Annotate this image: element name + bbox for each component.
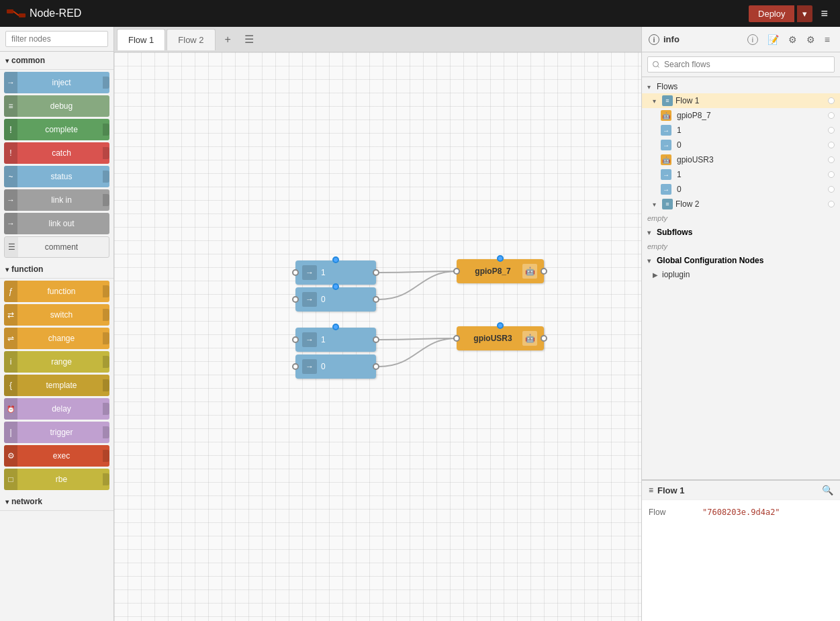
palette-node-range[interactable]: i range — [4, 351, 109, 373]
port-left-n1[interactable] — [292, 269, 299, 276]
info-icon: i — [649, 34, 659, 45]
canvas-node-gpio-usr3[interactable]: gpioUSR3 🤖 — [457, 326, 544, 350]
port-left-n2[interactable] — [292, 296, 299, 303]
main-layout: ▾ common → inject ≡ debug ! complete ! c… — [0, 27, 840, 621]
port-right-gpio1[interactable] — [541, 268, 547, 275]
switch-port-right — [103, 309, 109, 321]
filter-nodes-input[interactable] — [5, 31, 108, 47]
rbe-label: rbe — [56, 475, 67, 484]
range-icon: i — [4, 351, 17, 373]
tree-flow2[interactable]: ▾ ≡ Flow 2 — [642, 197, 840, 211]
section-common[interactable]: ▾ common — [0, 52, 113, 70]
info-panel-header: i info i 📝 ⚙ ⚙ ≡ — [642, 27, 840, 52]
info-panel-search — [642, 52, 840, 77]
tree-ioplugin[interactable]: ▶ ioplugin — [642, 268, 840, 281]
palette-node-delay[interactable]: ⏰ delay — [4, 398, 109, 420]
palette-node-change[interactable]: ⇌ change — [4, 328, 109, 349]
palette-node-exec[interactable]: ⚙ exec — [4, 445, 109, 467]
palette-node-catch[interactable]: ! catch — [4, 142, 109, 164]
filter-input-wrap — [0, 27, 113, 52]
canvas-node-inject-0-top[interactable]: → 0 — [295, 287, 376, 312]
section-function[interactable]: ▾ function — [0, 260, 113, 279]
tree-gpio-usr3[interactable]: 🤖 gpioUSR3 — [642, 152, 840, 167]
tree-inject-1-a[interactable]: → 1 — [642, 123, 840, 138]
info-tool-nodes[interactable]: ⚙ — [785, 32, 800, 48]
port-left-n4[interactable] — [292, 363, 299, 370]
template-port-right — [103, 379, 109, 391]
palette-node-function[interactable]: ƒ function — [4, 281, 109, 302]
flow2-status-dot — [828, 201, 835, 207]
inject-0-top-label: 0 — [321, 295, 326, 304]
flow2-empty-label: empty — [647, 214, 667, 222]
tree-inject-0-a[interactable]: → 0 — [642, 138, 840, 152]
flows-arrow: ▾ — [647, 83, 654, 91]
port-left-gpio1[interactable] — [453, 268, 460, 275]
inject-icon: → — [4, 72, 17, 93]
palette-node-rbe[interactable]: □ rbe — [4, 469, 109, 490]
catch-icon: ! — [4, 142, 17, 164]
port-right-n4[interactable] — [373, 363, 379, 370]
palette-node-status[interactable]: ~ status — [4, 166, 109, 187]
linkin-port-right — [103, 194, 109, 206]
canvas-node-gpio-p8-7[interactable]: gpioP8_7 🤖 — [457, 259, 544, 283]
palette-node-linkout[interactable]: → link out — [4, 213, 109, 234]
port-left-n3[interactable] — [292, 336, 299, 343]
info-tool-notes[interactable]: 📝 — [764, 32, 782, 48]
inject-0-bottom-icon: → — [302, 359, 317, 374]
gpio-p8-label: gpioP8_7 — [463, 267, 522, 276]
gpio-usr3-status — [828, 156, 835, 163]
tree-inject-0-b[interactable]: → 0 — [642, 182, 840, 197]
port-top-n3 — [332, 324, 339, 330]
canvas-node-inject-1-bottom[interactable]: → 1 — [295, 328, 376, 352]
function-label: function — [47, 287, 75, 296]
section-network[interactable]: ▾ network — [0, 493, 113, 511]
tree-subflows[interactable]: ▾ Subflows — [642, 225, 840, 240]
tab-flow1[interactable]: Flow 1 — [117, 29, 165, 50]
tree-global-config[interactable]: ▾ Global Configuration Nodes — [642, 253, 840, 268]
palette-node-template[interactable]: { template — [4, 375, 109, 396]
tree-flow1[interactable]: ▾ ≡ Flow 1 — [642, 93, 840, 108]
exec-port-right — [103, 450, 109, 462]
tree-flows-header[interactable]: ▾ Flows — [642, 80, 840, 93]
tab-flow2[interactable]: Flow 2 — [167, 29, 215, 50]
info-tool-settings[interactable]: ⚙ — [803, 32, 819, 48]
comment-icon: ☰ — [5, 237, 18, 257]
topbar: Node-RED Deploy ▾ ≡ — [0, 0, 840, 27]
info-panel: i info i 📝 ⚙ ⚙ ≡ ▾ Flows — [641, 27, 840, 621]
bottom-pane-title: ≡ Flow 1 — [649, 485, 684, 495]
palette-node-complete[interactable]: ! complete — [4, 119, 109, 140]
hamburger-menu-button[interactable]: ≡ — [815, 3, 833, 24]
bottom-pane-search-button[interactable]: 🔍 — [822, 485, 833, 495]
exec-icon: ⚙ — [4, 445, 17, 467]
tree-inject-1-b[interactable]: → 1 — [642, 167, 840, 182]
port-right-n3[interactable] — [373, 336, 379, 343]
tree-gpio-p8[interactable]: 🤖 gpioP8_7 — [642, 108, 840, 123]
flow-canvas[interactable]: → 1 → 0 gpioP8_7 🤖 — [114, 52, 641, 621]
port-right-n1[interactable] — [373, 269, 379, 276]
canvas-node-inject-0-bottom[interactable]: → 0 — [295, 354, 376, 379]
palette-node-trigger[interactable]: | trigger — [4, 422, 109, 443]
info-tool-info[interactable]: i — [744, 32, 761, 48]
port-left-gpio2[interactable] — [453, 335, 460, 342]
palette-node-inject[interactable]: → inject — [4, 72, 109, 93]
palette-node-linkin[interactable]: → link in — [4, 189, 109, 211]
palette-node-comment[interactable]: ☰ comment — [4, 236, 109, 258]
rbe-icon: □ — [4, 469, 17, 490]
inject-1b-icon: → — [661, 169, 671, 180]
search-flows-input[interactable] — [647, 56, 835, 73]
palette-node-switch[interactable]: ⇄ switch — [4, 304, 109, 326]
port-right-gpio2[interactable] — [541, 335, 547, 342]
bottom-pane-body: Flow "7608203e.9d4a2" — [642, 500, 840, 524]
section-common-arrow: ▾ — [5, 57, 9, 64]
deploy-button[interactable]: Deploy — [749, 5, 794, 22]
port-top-gpio2 — [497, 322, 504, 329]
palette-node-debug[interactable]: ≡ debug — [4, 95, 109, 117]
tab-list-button[interactable]: ☰ — [239, 30, 259, 48]
port-right-n2[interactable] — [373, 296, 379, 303]
add-tab-button[interactable]: + — [220, 31, 236, 48]
canvas-node-inject-1-top[interactable]: → 1 — [295, 260, 376, 285]
info-tool-layers[interactable]: ≡ — [821, 32, 833, 48]
svg-line-2 — [13, 11, 19, 15]
deploy-dropdown-button[interactable]: ▾ — [797, 5, 812, 22]
node-palette: ▾ common → inject ≡ debug ! complete ! c… — [0, 27, 114, 621]
